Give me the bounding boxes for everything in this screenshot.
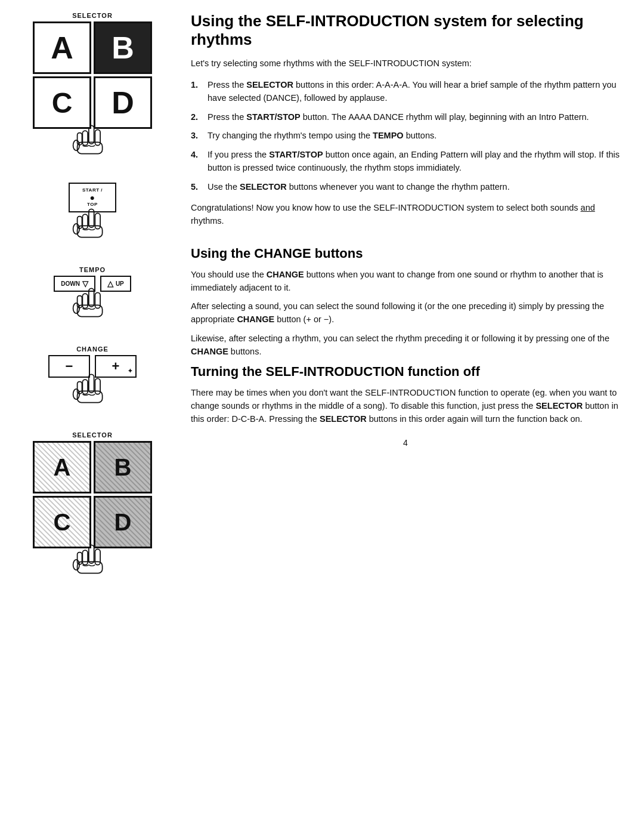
selector-btn-c[interactable]: C [33,76,91,129]
svg-rect-14 [82,294,88,308]
selector1-hand [33,123,152,165]
selector2-btn-a[interactable]: A [33,441,91,493]
section2-p1: You should use the CHANGE buttons when y… [191,269,620,295]
start-stop-dot: ● [90,193,95,202]
svg-point-11 [73,224,80,235]
selector-btn-d[interactable]: D [94,76,152,129]
selector2-btn-b[interactable]: B [94,441,152,493]
page-number: 4 [191,438,620,448]
step-5-text: Use the SELECTOR buttons whenever you wa… [208,181,510,194]
svg-rect-13 [95,292,100,308]
step-3-num: 3. [191,129,203,143]
step-5-num: 5. [191,181,203,194]
tempo-hand [27,286,158,328]
section3-p1: There may be times when you don't want t… [191,387,620,425]
svg-rect-1 [95,129,100,145]
step-2: 2. Press the START/STOP button. The AAAA… [191,111,620,124]
step-1-num: 1. [191,79,203,105]
hand-icon-3 [72,286,113,328]
selector-btn-a[interactable]: A [33,21,91,74]
step-3: 3. Try changing the rhythm's tempo using… [191,129,620,143]
svg-point-5 [73,140,80,151]
section1-intro: Let's try selecting some rhythms with th… [191,57,620,70]
selector2-grid: A B C D [33,441,152,548]
step-3-text: Try changing the rhythm's tempo using th… [208,129,436,143]
section2-title: Using the CHANGE buttons [191,246,620,261]
right-column: Using the SELF-INTRODUCTION system for s… [179,0,644,833]
svg-rect-26 [82,550,88,565]
change-label: CHANGE [76,345,109,353]
step-2-num: 2. [191,111,203,124]
step-2-text: Press the START/STOP button. The AAAA DA… [208,111,589,124]
step-1: 1. Press the SELECTOR buttons in this or… [191,79,620,105]
svg-point-17 [73,303,80,314]
selector2-btn-c[interactable]: C [33,496,91,548]
selector1-grid: A B C D [33,21,152,129]
section2-p2: After selecting a sound, you can select … [191,300,620,326]
change-area: CHANGE − + ✦ [27,345,158,414]
selector1-diagram: SELECTOR A B C D [33,12,152,165]
tempo-area: TEMPO DOWN ▽ △ UP [27,266,158,328]
step-4-text: If you press the START/STOP button once … [208,149,620,175]
start-stop-hand [69,206,116,248]
svg-rect-25 [95,549,100,564]
section1-title: Using the SELF-INTRODUCTION system for s… [191,12,620,49]
svg-rect-12 [89,288,94,307]
svg-rect-19 [95,378,100,394]
change-plus-icon: + [112,359,120,374]
selector2-label: SELECTOR [72,431,113,439]
selector2-hand [33,542,152,584]
hand-icon [72,123,113,165]
hand-icon-2 [72,206,113,248]
svg-rect-7 [95,213,100,229]
step-4-num: 4. [191,149,203,175]
svg-rect-2 [82,131,88,146]
selector2-btn-d[interactable]: D [94,496,152,548]
tempo-label: TEMPO [79,266,106,273]
selector-btn-b[interactable]: B [94,21,152,74]
svg-point-23 [73,389,80,400]
change-hand [27,372,158,414]
left-column: SELECTOR A B C D [0,0,179,833]
steps-list: 1. Press the SELECTOR buttons in this or… [191,79,620,193]
section3-title: Turning the SELF-INTRODUCTION function o… [191,364,620,380]
step-5: 5. Use the SELECTOR buttons whenever you… [191,181,620,194]
step-4: 4. If you press the START/STOP button on… [191,149,620,175]
change-plus-button[interactable]: + ✦ [95,355,137,378]
selector1-label: SELECTOR [72,12,113,19]
hand-icon-4 [72,372,113,414]
svg-rect-20 [82,380,88,394]
congrats-text: Congratulations! Now you know how to use… [191,202,620,228]
svg-rect-6 [89,209,94,227]
start-stop-diagram: START / ● TOP [69,183,116,248]
step-1-text: Press the SELECTOR buttons in this order… [208,79,620,105]
svg-rect-18 [89,374,94,393]
section2-p3: Likewise, after selecting a rhythm, you … [191,332,620,359]
selector2-diagram: SELECTOR A B C D [33,431,152,584]
svg-point-29 [73,560,80,570]
hand-icon-5 [72,542,113,584]
change-plus-sub: ✦ [128,368,132,374]
svg-rect-8 [82,214,88,229]
